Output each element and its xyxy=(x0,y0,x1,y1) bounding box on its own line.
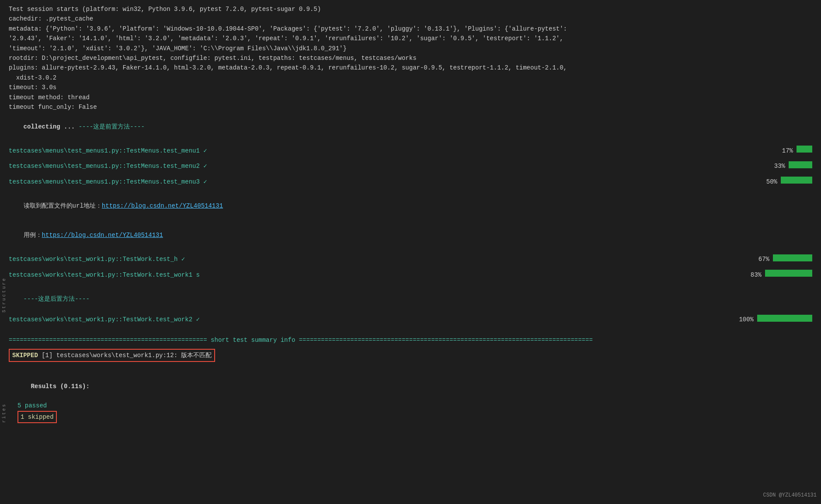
test-row-2: testcases\menus\test_menus1.py::TestMenu… xyxy=(9,160,812,172)
skipped-label: SKIPPED xyxy=(12,352,38,359)
results-section: Results (0.11s): 5 passed 1 skipped xyxy=(9,372,812,423)
skipped-count-container: 1 skipped xyxy=(17,411,812,423)
test-1-name: testcases\menus\test_menus1.py::TestMenu… xyxy=(9,146,207,156)
test-3-pct: 50% xyxy=(760,177,777,187)
test-3-progress: 50% xyxy=(760,177,812,187)
test-1-progress: 17% xyxy=(760,146,812,156)
teardown-text: ----这是后置方法---- xyxy=(24,295,90,302)
test-2-pct: 33% xyxy=(768,161,785,171)
test-5-pct: 83% xyxy=(744,270,762,280)
passed-count: 5 passed xyxy=(17,401,812,410)
test-3-name: testcases\menus\test_menus1.py::TestMenu… xyxy=(9,177,207,187)
test-4-pct: 67% xyxy=(752,254,769,264)
separator-line: ========================================… xyxy=(9,335,812,345)
watermark: CSDN @YZL40514131 xyxy=(763,491,817,500)
url-read-label: 读取到配置文件的url地址： xyxy=(24,202,102,209)
results-header-text: Results (0.11s): xyxy=(31,383,89,390)
plugins-line: plugins: allure-pytest-2.9.43, Faker-14.… xyxy=(9,63,812,73)
test-2-bar xyxy=(789,161,812,171)
test-3-bar-fill xyxy=(781,177,812,184)
test-1-bar xyxy=(797,146,812,156)
test-2-bar-fill xyxy=(789,161,812,168)
test-5-bar xyxy=(765,270,812,280)
test-4-bar xyxy=(773,254,812,264)
url-read-line: 读取到配置文件的url地址：https://blog.csdn.net/YZL4… xyxy=(9,191,812,221)
test-6-bar xyxy=(757,315,812,325)
metadata-line2: '2.9.43', 'Faker': '14.1.0', 'html': '3.… xyxy=(9,34,812,43)
timeout-line: timeout: 3.0s xyxy=(9,83,812,92)
teardown-line: ----这是后置方法---- xyxy=(9,285,812,314)
metadata-line1: metadata: {'Python': '3.9.6', 'Platform'… xyxy=(9,24,812,34)
structure-label: Structure xyxy=(1,277,8,313)
test-6-name: testcases\works\test_work1.py::TestWork.… xyxy=(9,315,200,324)
cachedir-line: cachedir: .pytest_cache xyxy=(9,14,812,24)
test-row-6: testcases\works\test_work1.py::TestWork.… xyxy=(9,314,812,326)
rootdir-line: rootdir: D:\project_development\api_pyte… xyxy=(9,53,812,63)
test-5-bar-fill xyxy=(765,270,812,277)
test-row-3: testcases\menus\test_menus1.py::TestMenu… xyxy=(9,176,812,188)
skipped-box-container: SKIPPED [1] testcases\works\test_work1.p… xyxy=(9,348,812,363)
test-1-pct: 17% xyxy=(776,146,793,156)
results-header: Results (0.11s): xyxy=(9,372,812,401)
test-4-bar-fill xyxy=(773,254,812,261)
test-4-progress: 67% xyxy=(752,254,812,264)
plugins-line2: xdist-3.0.2 xyxy=(9,73,812,83)
skipped-count-text: 1 skipped xyxy=(21,414,54,421)
skipped-box: SKIPPED [1] testcases\works\test_work1.p… xyxy=(9,349,215,362)
url-link-1[interactable]: https://blog.csdn.net/YZL40514131 xyxy=(102,202,223,209)
test-2-progress: 33% xyxy=(760,161,812,171)
test-5-progress: 83% xyxy=(744,270,812,280)
header-line: Test session starts (platform: win32, Py… xyxy=(9,4,812,14)
test-5-name: testcases\works\test_work1.py::TestWork.… xyxy=(9,270,200,280)
url-example-label: 用例： xyxy=(24,232,42,239)
rites-label: rites xyxy=(1,403,8,423)
url-example-line: 用例：https://blog.csdn.net/YZL40514131 xyxy=(9,221,812,250)
timeout-func-line: timeout func_only: False xyxy=(9,102,812,112)
metadata-line3: 'timeout': '2.1.0', 'xdist': '3.0.2'}, '… xyxy=(9,44,812,53)
test-2-name: testcases\menus\test_menus1.py::TestMenu… xyxy=(9,161,207,171)
skipped-count-box: 1 skipped xyxy=(17,411,57,423)
test-row-5: testcases\works\test_work1.py::TestWork.… xyxy=(9,269,812,281)
test-3-bar xyxy=(781,177,812,187)
test-row-1: testcases\menus\test_menus1.py::TestMenu… xyxy=(9,145,812,156)
test-4-name: testcases\works\test_work1.py::TestWork.… xyxy=(9,254,185,264)
url-link-2[interactable]: https://blog.csdn.net/YZL40514131 xyxy=(42,232,163,239)
timeout-method-line: timeout method: thread xyxy=(9,93,812,102)
test-6-pct: 100% xyxy=(736,315,754,324)
test-1-bar-fill xyxy=(797,146,812,153)
skipped-detail-text: [1] testcases\works\test_work1.py:12: 版本… xyxy=(42,352,212,359)
test-6-progress: 100% xyxy=(736,315,812,325)
test-6-bar-fill xyxy=(757,315,812,322)
collecting-line: collecting ... ----这是前置方法---- xyxy=(9,112,812,141)
terminal-output: Test session starts (platform: win32, Py… xyxy=(0,0,821,432)
test-row-4: testcases\works\test_work1.py::TestWork.… xyxy=(9,254,812,265)
